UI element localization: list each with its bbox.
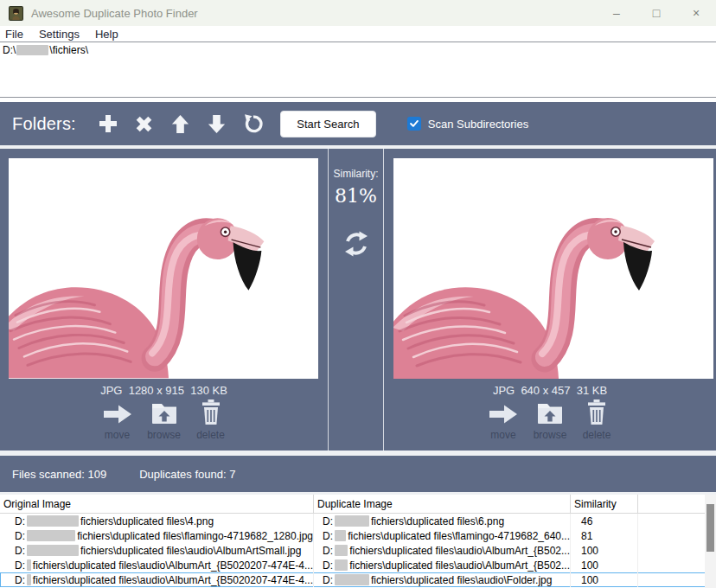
original-path: fichiers\duplicated files\flamingo-47196… (77, 530, 313, 542)
delete-button[interactable]: delete (578, 399, 616, 441)
redacted-path-segment (335, 530, 346, 541)
delete-button[interactable]: delete (192, 399, 230, 441)
window-title: Awesome Duplicate Photo Finder (31, 7, 198, 20)
folder-list[interactable]: D:\\fichiers\ (0, 42, 716, 98)
redacted-path-segment (27, 530, 75, 541)
folder-up-icon (536, 399, 564, 425)
cross-icon (133, 113, 155, 135)
similarity-cell: 100 (571, 572, 638, 587)
folder-path-suffix: \fichiers\ (49, 44, 88, 56)
arrow-up-icon (169, 113, 191, 135)
maximize-button[interactable]: □ (636, 0, 676, 26)
arrow-right-icon (488, 399, 519, 425)
plus-icon (97, 112, 119, 135)
drive-prefix: D: (323, 545, 333, 557)
drive-prefix: D: (323, 515, 333, 527)
compare-area: Similarity: 81% JPG 1280 x 915 130 KB JP… (0, 145, 716, 451)
toolbar: Folders: Start Search Scan Subdirectorie… (0, 102, 716, 145)
similarity-cell: 46 (571, 514, 638, 528)
original-actions: move browse delete (0, 399, 328, 441)
arrow-right-icon (102, 399, 133, 425)
similarity-label: Similarity: (333, 168, 378, 180)
drive-prefix: D: (15, 545, 25, 557)
redacted-path-segment (27, 515, 79, 527)
flamingo-image (393, 158, 713, 379)
original-path: fichiers\duplicated files\audio\AlbumArt… (33, 574, 313, 586)
scan-subdirectories-checkbox[interactable] (407, 117, 421, 131)
add-folder-button[interactable] (90, 109, 126, 138)
similarity-value: 81% (335, 185, 377, 207)
remove-folder-button[interactable] (126, 109, 163, 138)
close-button[interactable]: × (676, 0, 716, 26)
similarity-panel: Similarity: 81% (329, 149, 383, 451)
move-button[interactable]: move (484, 399, 522, 441)
folder-path-prefix: D:\ (3, 44, 16, 56)
table-row[interactable]: D:fichiers\duplicated files\flamingo-471… (0, 528, 716, 543)
browse-label: browse (534, 429, 567, 441)
redacted-path-segment (27, 574, 31, 585)
column-header-similarity[interactable]: Similarity (571, 495, 638, 514)
similarity-cell: 100 (571, 558, 638, 572)
folder-up-icon (150, 399, 178, 425)
move-button[interactable]: move (99, 399, 137, 441)
folder-path-item[interactable]: D:\\fichiers\ (0, 42, 716, 56)
duplicate-path: fichiers\duplicated files\audio\Folder.j… (371, 574, 552, 586)
drive-prefix: D: (15, 515, 25, 527)
column-header-original[interactable]: Original Image (0, 495, 314, 514)
column-header-empty (638, 495, 705, 514)
duplicate-path: fichiers\duplicated files\audio\AlbumArt… (349, 545, 570, 557)
similarity-cell: 100 (571, 543, 638, 558)
duplicate-path: fichiers\duplicated files\flamingo-47196… (348, 530, 570, 542)
table-row-selected[interactable]: D:fichiers\duplicated files\audio\AlbumA… (0, 572, 716, 587)
scrollbar-thumb[interactable] (706, 504, 714, 552)
original-image-preview[interactable] (9, 158, 318, 379)
duplicate-image-info: JPG 640 x 457 31 KB (384, 384, 716, 397)
sync-icon[interactable] (342, 229, 371, 259)
browse-label: browse (147, 429, 181, 441)
scan-subdirectories-option[interactable]: Scan Subdirectories (407, 117, 528, 131)
menu-settings[interactable]: Settings (31, 28, 87, 41)
redacted-path-segment (335, 515, 369, 527)
arrow-down-icon (206, 113, 227, 135)
toolbar-icons (90, 109, 272, 138)
trash-icon (200, 399, 222, 425)
results-table: Original Image Duplicate Image Similarit… (0, 495, 716, 588)
refresh-icon (242, 113, 264, 135)
trash-icon (585, 399, 608, 425)
menu-file[interactable]: File (0, 28, 31, 41)
menu-help[interactable]: Help (87, 28, 126, 41)
empty-cell (638, 528, 705, 543)
reset-button[interactable] (235, 109, 272, 138)
original-path: fichiers\duplicated files\audio\AlbumArt… (33, 559, 313, 572)
browse-button[interactable]: browse (531, 399, 569, 441)
duplicate-image-preview[interactable] (393, 158, 713, 379)
table-row[interactable]: D:fichiers\duplicated files\4.png D:fich… (0, 514, 716, 528)
checkmark-icon (408, 118, 420, 130)
move-up-button[interactable] (163, 109, 199, 138)
original-image-info: JPG 1280 x 915 130 KB (0, 384, 328, 397)
browse-button[interactable]: browse (145, 399, 183, 441)
title-bar: Awesome Duplicate Photo Finder – □ × (0, 0, 716, 26)
start-search-button[interactable]: Start Search (280, 111, 376, 137)
table-row[interactable]: D:fichiers\duplicated files\audio\AlbumA… (0, 543, 716, 558)
move-down-button[interactable] (199, 109, 235, 138)
column-header-duplicate[interactable]: Duplicate Image (314, 495, 571, 514)
files-scanned-status: Files scanned: 109 (12, 468, 106, 481)
table-row[interactable]: D:fichiers\duplicated files\audio\AlbumA… (0, 558, 716, 572)
duplicate-path: fichiers\duplicated files\audio\AlbumArt… (349, 559, 570, 572)
minimize-button[interactable]: – (597, 0, 636, 26)
empty-cell (638, 514, 705, 528)
duplicate-path: fichiers\duplicated files\6.png (371, 515, 504, 527)
redacted-path-segment (27, 545, 79, 556)
move-label: move (490, 429, 515, 441)
drive-prefix: D: (323, 559, 333, 572)
similarity-cell: 81 (571, 528, 638, 543)
scan-subdirectories-label: Scan Subdirectories (428, 118, 528, 131)
window-controls: – □ × (597, 0, 716, 26)
table-scrollbar[interactable] (705, 495, 716, 588)
drive-prefix: D: (323, 574, 333, 586)
original-path: fichiers\duplicated files\4.png (80, 515, 214, 527)
redacted-path-segment (16, 45, 48, 55)
drive-prefix: D: (15, 530, 25, 542)
duplicate-actions: move browse delete (384, 399, 716, 441)
